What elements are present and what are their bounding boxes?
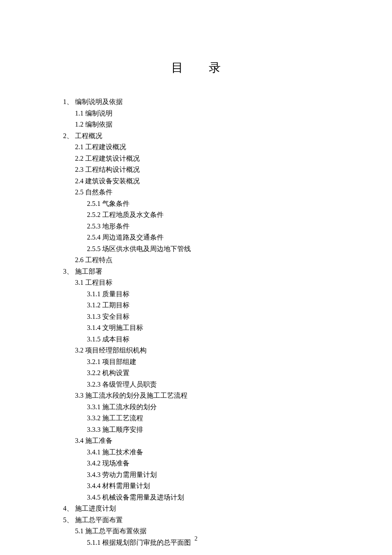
toc-entry: 3.4.3 劳动力需用量计划: [63, 469, 392, 481]
toc-entry-text: 成本目标: [102, 335, 130, 343]
toc-entry: 5、 施工总平面布置: [63, 515, 392, 526]
toc-entry-number: 3.2: [75, 347, 84, 354]
toc-entry-text: 文明施工目标: [102, 324, 143, 331]
toc-entry: 3.3.3 施工顺序安排: [63, 424, 392, 436]
toc-entry-text: 劳动力需用量计划: [102, 471, 157, 478]
title-char-left: 目: [171, 61, 183, 74]
toc-entry-text: 施工总平面布置: [75, 516, 123, 523]
toc-entry-text: 现场准备: [102, 460, 130, 467]
toc-entry-number: 3.2.2: [87, 369, 101, 376]
toc-entry-number: 3.1: [75, 279, 84, 286]
toc-entry: 4、 施工进度计划: [63, 503, 392, 515]
title-char-right: 录: [209, 61, 221, 74]
toc-entry: 3.2.2 机构设置: [63, 367, 392, 379]
toc-entry: 2.5.1 气象条件: [63, 198, 392, 210]
toc-entry: 3.1.1 质量目标: [63, 289, 392, 300]
toc-entry-number: 3.1.1: [87, 290, 101, 298]
toc-entry-number: 3.3.1: [87, 403, 101, 410]
toc-entry: 2.5 自然条件: [63, 187, 392, 198]
toc-entry-number: 3.3.3: [87, 426, 101, 433]
toc-entry: 2.1 工程建设概况: [63, 142, 392, 153]
toc-entry-text: 工程建筑设计概况: [85, 155, 140, 162]
toc-entry: 3.2.3 各级管理人员职责: [63, 379, 392, 390]
toc-entry: 3.1.5 成本目标: [63, 334, 392, 345]
toc-entry-number: 3.4.4: [87, 482, 101, 489]
toc-entry-number: 2.5.3: [87, 223, 101, 230]
toc-entry: 2.6 工程特点: [63, 254, 392, 266]
toc-entry-number: 2.5.1: [87, 200, 101, 207]
toc-entry: 3.4.4 材料需用量计划: [63, 480, 392, 492]
toc-entry: 2.4 建筑设备安装概况: [63, 176, 392, 187]
toc-entry: 2.5.4 周边道路及交通条件: [63, 232, 392, 243]
toc-entry: 3.3 施工流水段的划分及施工工艺流程: [63, 390, 392, 402]
toc-entry: 3.3.2 施工工艺流程: [63, 413, 392, 424]
toc-entry: 3.1.4 文明施工目标: [63, 322, 392, 334]
toc-entry-text: 工程特点: [85, 256, 112, 263]
table-of-contents: 1、 编制说明及依据1.1 编制说明1.2 编制依据2、 工程概况2.1 工程建…: [63, 96, 392, 548]
toc-entry: 3.1.3 安全目标: [63, 311, 392, 323]
toc-entry-text: 工程建设概况: [85, 143, 126, 150]
toc-entry-text: 气象条件: [102, 200, 130, 207]
toc-entry-text: 工程目标: [85, 279, 112, 286]
toc-entry-text: 编制说明及依据: [75, 98, 123, 105]
toc-entry-number: 1.1: [75, 110, 84, 117]
toc-entry: 3.1 工程目标: [63, 277, 392, 289]
toc-entry-text: 场区供水供电及周边地下管线: [102, 245, 191, 252]
toc-entry-text: 自然条件: [85, 188, 112, 196]
toc-entry-text: 施工进度计划: [75, 505, 116, 512]
toc-entry-number: 4、: [63, 505, 73, 512]
toc-entry-number: 3.2.1: [87, 358, 101, 365]
toc-entry-text: 施工总平面布置依据: [85, 527, 147, 535]
toc-entry-number: 3.3: [75, 392, 84, 399]
toc-entry-text: 项目经理部组织机构: [85, 347, 147, 354]
toc-entry-number: 3.4.1: [87, 448, 101, 456]
toc-entry-number: 3、: [63, 268, 73, 275]
toc-entry: 3.1.2 工期目标: [63, 300, 392, 311]
document-page: 目录 1、 编制说明及依据1.1 编制说明1.2 编制依据2、 工程概况2.1 …: [0, 0, 392, 548]
toc-entry-text: 施工顺序安排: [102, 426, 143, 433]
toc-entry-text: 编制说明: [85, 110, 112, 117]
toc-entry: 1、 编制说明及依据: [63, 96, 392, 108]
toc-entry-text: 建筑设备安装概况: [85, 177, 140, 185]
toc-entry-number: 1、: [63, 98, 73, 105]
toc-entry-text: 工程结构设计概况: [85, 166, 140, 173]
toc-entry-number: 2.1: [75, 143, 84, 150]
toc-entry-number: 2.5.5: [87, 245, 101, 252]
toc-entry-number: 2.3: [75, 166, 84, 173]
toc-entry: 2.5.2 工程地质及水文条件: [63, 209, 392, 221]
toc-entry: 3.4.5 机械设备需用量及进场计划: [63, 492, 392, 503]
toc-entry-number: 3.4: [75, 437, 84, 444]
toc-entry: 3.4.1 施工技术准备: [63, 447, 392, 458]
toc-entry-text: 施工技术准备: [102, 448, 143, 456]
toc-entry-text: 机构设置: [102, 369, 130, 376]
toc-entry-number: 2.5.2: [87, 211, 101, 218]
toc-entry: 3.2 项目经理部组织机构: [63, 345, 392, 356]
toc-entry: 3、 施工部署: [63, 266, 392, 278]
toc-entry-number: 3.4.3: [87, 471, 101, 478]
toc-entry: 1.1 编制说明: [63, 108, 392, 119]
toc-entry-number: 1.2: [75, 121, 84, 128]
toc-entry-number: 3.4.5: [87, 494, 101, 501]
page-title: 目录: [0, 60, 392, 76]
toc-entry-number: 3.1.4: [87, 324, 101, 331]
toc-entry-text: 工程地质及水文条件: [102, 211, 164, 218]
toc-entry-text: 材料需用量计划: [102, 482, 150, 489]
toc-entry-number: 2、: [63, 132, 73, 139]
toc-entry-text: 周边道路及交通条件: [102, 234, 164, 241]
toc-entry-number: 2.5: [75, 188, 84, 196]
toc-entry-number: 3.1.5: [87, 335, 101, 343]
toc-entry-text: 编制依据: [85, 121, 112, 128]
toc-entry-number: 3.4.2: [87, 460, 101, 467]
toc-entry: 2.2 工程建筑设计概况: [63, 153, 392, 165]
toc-entry-text: 施工流水段的划分: [102, 403, 157, 410]
toc-entry-number: 2.2: [75, 155, 84, 162]
toc-entry: 3.3.1 施工流水段的划分: [63, 402, 392, 413]
toc-entry: 3.4 施工准备: [63, 435, 392, 447]
page-number: 2: [0, 535, 392, 542]
toc-entry-number: 5、: [63, 516, 73, 523]
toc-entry-number: 2.5.4: [87, 234, 101, 241]
toc-entry: 2.5.5 场区供水供电及周边地下管线: [63, 243, 392, 255]
toc-entry-text: 各级管理人员职责: [102, 381, 157, 388]
toc-entry-text: 工期目标: [102, 301, 130, 309]
toc-entry-text: 施工流水段的划分及施工工艺流程: [85, 392, 187, 399]
